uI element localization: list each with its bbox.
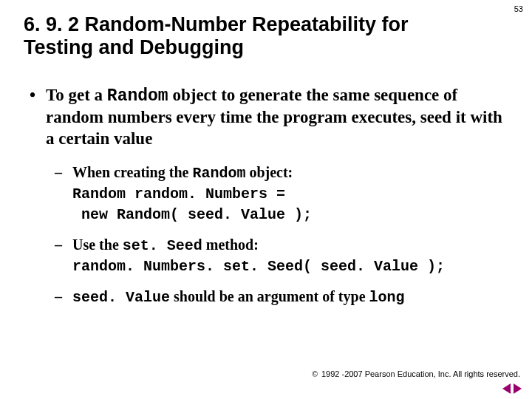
copyright-footer: © 1992 -2007 Pearson Education, Inc. All… [313,369,520,378]
sub-bullet-2: – Use the set. Seed method: random. Numb… [55,235,502,276]
slide: 53 6. 9. 2 Random-Number Repeatability f… [0,0,532,399]
code-line: Random random. Numbers = [72,185,285,202]
dash-marker: – [55,163,62,182]
inline-code-long: long [369,289,405,306]
slide-title: 6. 9. 2 Random-Number Repeatability for … [24,13,437,59]
nav-arrows [502,383,522,395]
sub2-text-pre: Use the [72,236,123,253]
next-arrow-icon[interactable] [514,383,522,394]
dash-marker: – [55,287,62,306]
dash-marker: – [55,235,62,254]
bullet-text-pre: To get a [46,86,107,104]
copyright-symbol: © [313,370,318,378]
inline-code-random: Random [192,165,245,182]
code-line: random. Numbers. set. Seed( seed. Value … [72,258,445,275]
sub2-text-post: method: [202,236,259,253]
slide-body: • To get a Random object to generate the… [30,85,502,318]
prev-arrow-icon[interactable] [502,383,511,394]
copyright-text: 1992 -2007 Pearson Education, Inc. All r… [319,369,520,378]
sub1-text-post: object: [245,164,293,180]
inline-code-seedvalue: seed. Value [72,289,170,306]
inline-code-setseed: set. Seed [123,237,202,254]
sub1-text-pre: When creating the [72,164,192,180]
sub3-text-mid: should be an argument of type [170,288,369,304]
bullet-main: • To get a Random object to generate the… [30,85,502,149]
bullet-marker: • [30,85,35,106]
code-line: new Random( seed. Value ); [72,206,312,223]
inline-code-random: Random [107,86,168,106]
sub-bullet-1: – When creating the Random object: Rando… [55,163,502,225]
sub-bullet-3: – seed. Value should be an argument of t… [55,287,502,307]
page-number: 53 [514,4,523,13]
